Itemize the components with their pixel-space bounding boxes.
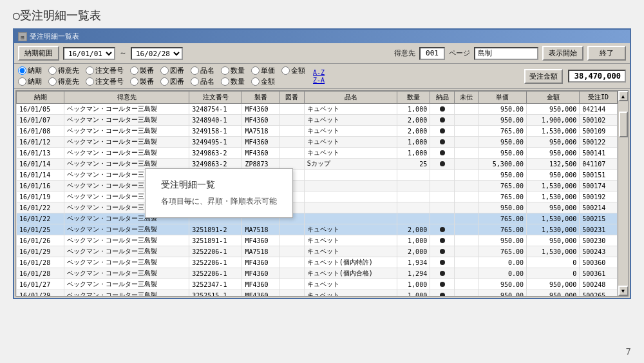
window-titlebar: ⊞ 受注明細一覧表 [14, 30, 630, 43]
table-row[interactable]: 16/01/28ベックマン・コールター三島製3252206-1MF4360キュベ… [17, 257, 618, 268]
table-row[interactable]: 16/01/28ベックマン・コールター三島製3252206-1MF4360キュベ… [17, 268, 618, 279]
col-chumonno[interactable]: 注文番号 [189, 92, 242, 104]
vertical-scrollbar[interactable]: ▲ ▼ [618, 91, 628, 296]
table-row[interactable]: 16/01/27ベックマン・コールター三島製3252347-1MF4360キュベ… [17, 279, 618, 290]
table-row[interactable]: 16/01/14ベックマン・コールター三950.00950,000500151 [17, 170, 618, 181]
radio-line-1: 納期 得意先 注文番号 製番 図番 品名 数量 単価 金額 [18, 66, 305, 75]
radio-noki-desc[interactable]: 納期 [18, 77, 42, 86]
radio-seiban-asc[interactable]: 製番 [130, 66, 154, 75]
close-button[interactable]: 終了 [587, 46, 626, 61]
col-miden[interactable]: 未伝 [454, 92, 478, 104]
table-row[interactable]: 16/01/05ベックマン・コールター三島製3248754-1MF4360キュベ… [17, 104, 618, 115]
table-row[interactable]: 16/01/12ベックマン・コールター三島製3249495-1MF4360キュベ… [17, 137, 618, 148]
juchu-kingaku-button[interactable]: 受注金額 [524, 69, 563, 84]
col-noki[interactable]: 納期 [17, 92, 64, 104]
radio-chumonno-desc[interactable]: 注文番号 [86, 77, 124, 86]
display-start-button[interactable]: 表示開始 [542, 46, 583, 61]
table-row[interactable]: 16/01/26ベックマン・コールター三島製3251891-1MF4360キュベ… [17, 235, 618, 246]
table-row[interactable]: 16/01/25ベックマン・コールター三島製3251891-2MA7518キュベ… [17, 224, 618, 235]
table-row[interactable]: 16/01/29ベックマン・コールター三島製3252206-1MA7518キュベ… [17, 246, 618, 257]
table-row[interactable]: 16/01/16ベックマン・コールター三765.001,530,00050017… [17, 181, 618, 191]
radio-chumonno-asc[interactable]: 注文番号 [86, 66, 124, 75]
table-row[interactable]: 16/01/19ベックマン・コールター三765.001,530,00050019… [17, 191, 618, 202]
radio-seiban-desc[interactable]: 製番 [130, 77, 154, 86]
radio-noki-asc[interactable]: 納期 [18, 66, 42, 75]
page-title: ○受注明細一覧表 [0, 0, 644, 28]
main-window: ⊞ 受注明細一覧表 納期範囲 16/01/01 ～ 16/02/28 得意先 ペ… [13, 28, 631, 299]
col-hinmei[interactable]: 品名 [304, 92, 397, 104]
scroll-down-arrow[interactable]: ▼ [618, 286, 629, 296]
col-juchuid[interactable]: 受注ID [580, 92, 618, 104]
tokorosaki-name-input[interactable] [474, 47, 538, 60]
table-container: 納期 得意先 注文番号 製番 図番 品名 数量 納品 未伝 単価 金額 受注ID [15, 90, 629, 297]
tokorosaki-code-input[interactable] [419, 47, 445, 60]
col-seiban[interactable]: 製番 [242, 92, 280, 104]
radio-suryo-asc[interactable]: 数量 [221, 66, 245, 75]
radio-suryo-desc[interactable]: 数量 [221, 77, 245, 86]
window-title: 受注明細一覧表 [30, 32, 79, 41]
table-row[interactable]: 16/01/22ベックマン・コールター三950.00950,000500214 [17, 202, 618, 213]
window-icon: ⊞ [18, 32, 27, 41]
page-indicator: ページ [449, 48, 470, 58]
radio-tanka-asc[interactable]: 単価 [251, 66, 275, 75]
radio-hinmei-asc[interactable]: 品名 [191, 66, 214, 75]
page-number: 7 [626, 346, 631, 357]
col-tokuisaki[interactable]: 得意先 [64, 92, 189, 104]
radio-zuban-desc[interactable]: 図番 [160, 77, 184, 86]
radio-tokuisaki-asc[interactable]: 得意先 [48, 66, 79, 75]
main-table: 納期 得意先 注文番号 製番 図番 品名 数量 納品 未伝 単価 金額 受注ID [16, 91, 618, 296]
date-from-select[interactable]: 16/01/01 [63, 47, 115, 60]
table-row[interactable]: 16/01/22ベックマン・コールター三島製765.001,530,000500… [17, 213, 618, 224]
col-nohin[interactable]: 納品 [430, 92, 455, 104]
radio-tokuisaki-desc[interactable]: 得意先 [48, 77, 79, 86]
tokorosaki-label: 得意先 [394, 48, 415, 58]
table-row[interactable]: 16/01/07ベックマン・コールター三島製3248940-1MF4360キュベ… [17, 115, 618, 126]
radio-kingaku-desc[interactable]: 金額 [251, 77, 275, 86]
date-to-select[interactable]: 16/02/28 [131, 47, 183, 60]
col-tanka[interactable]: 単価 [478, 92, 526, 104]
table-row[interactable]: 16/01/13ベックマン・コールター三島製3249863-2MF4360キュベ… [17, 148, 618, 159]
table-header-row: 納期 得意先 注文番号 製番 図番 品名 数量 納品 未伝 単価 金額 受注ID [17, 92, 618, 104]
radio-zuban-asc[interactable]: 図番 [160, 66, 184, 75]
radio-line-2: 納期 得意先 注文番号 製番 図番 品名 数量 金額 [18, 77, 305, 86]
scroll-up-arrow[interactable]: ▲ [618, 91, 629, 101]
table-row[interactable]: 16/01/29ベックマン・コールター三島製3252515-1MF4360キュベ… [17, 290, 618, 297]
az-asc-link[interactable]: A-Z [313, 69, 325, 76]
scroll-thumb[interactable] [619, 112, 628, 137]
tilde: ～ [119, 48, 127, 59]
radio-row-group: 納期 得意先 注文番号 製番 図番 品名 数量 単価 金額 納期 得意先 注文番… [18, 66, 305, 86]
table-row[interactable]: 16/01/08ベックマン・コールター三島製3249158-1MA7518キュベ… [17, 126, 618, 137]
radio-hinmei-desc[interactable]: 品名 [191, 77, 214, 86]
table-row[interactable]: 16/01/14ベックマン・コールター三島製3249863-2ZP8873Sカッ… [17, 159, 618, 170]
radio-section: 納期 得意先 注文番号 製番 図番 品名 数量 単価 金額 納期 得意先 注文番… [14, 64, 630, 89]
az-desc-link[interactable]: Z-A [313, 77, 325, 84]
col-suryo[interactable]: 数量 [397, 92, 430, 104]
az-links: A-Z Z-A [313, 69, 325, 84]
kingaku-value: 38,470,000 [568, 70, 626, 83]
toolbar: 納期範囲 16/01/01 ～ 16/02/28 得意先 ページ 表示開始 終了 [14, 43, 630, 64]
radio-kingaku-asc[interactable]: 金額 [281, 66, 305, 75]
col-kingaku[interactable]: 金額 [527, 92, 580, 104]
col-zuban[interactable]: 図番 [280, 92, 305, 104]
date-label-btn[interactable]: 納期範囲 [18, 46, 59, 61]
